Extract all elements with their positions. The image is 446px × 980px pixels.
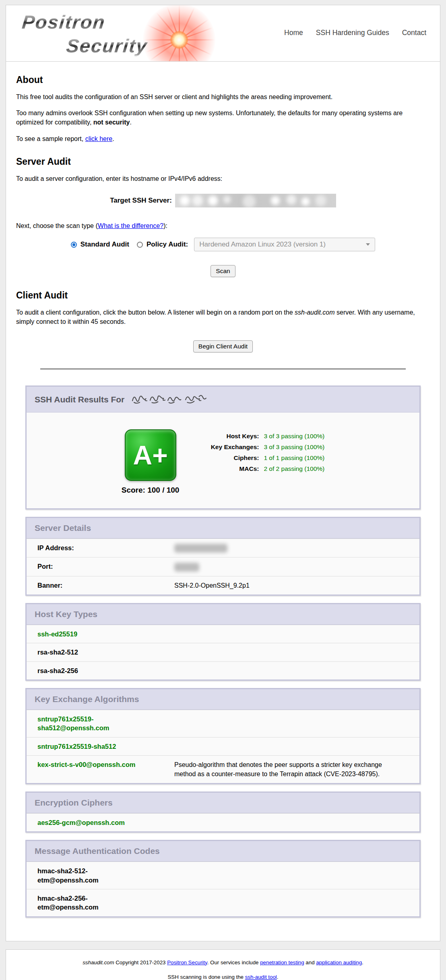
- site-header: Positron Security Home SSH Hardening Gui…: [6, 5, 440, 62]
- table-row: ssh-ed25519: [27, 625, 419, 643]
- client-audit-heading: Client Audit: [16, 290, 430, 301]
- about-paragraph-2: Too many admins overlook SSH configurati…: [16, 108, 430, 127]
- server-audit-intro: To audit a server configuration, enter i…: [16, 174, 430, 183]
- table-row: kex-strict-s-v00@openssh.com Pseudo-algo…: [27, 755, 419, 783]
- standard-audit-label[interactable]: Standard Audit: [81, 240, 129, 249]
- table-row: aes256-gcm@openssh.com: [27, 813, 419, 831]
- starburst-flare-icon: [143, 5, 215, 62]
- grade-summary: A+ Score: 100 / 100 Host Keys: 3 of 3 pa…: [27, 412, 419, 508]
- ip-address-redacted: [174, 543, 227, 553]
- positron-security-logo: Positron Security: [22, 12, 231, 61]
- section-divider: [40, 369, 406, 369]
- footer-line-1: sshaudit.com Copyright 2017-2023 Positro…: [10, 959, 436, 965]
- logo-text-positron: Positron: [21, 12, 107, 31]
- not-security-emphasis: not security: [93, 119, 130, 126]
- port-redacted: [174, 562, 199, 572]
- table-row: rsa-sha2-256: [27, 661, 419, 680]
- table-row: Port:: [27, 557, 419, 576]
- ssh-audit-tool-link[interactable]: ssh-audit tool: [245, 974, 277, 980]
- target-server-row: Target SSH Server:: [16, 194, 430, 207]
- grade-badge: A+: [125, 429, 176, 481]
- target-ssh-server-input[interactable]: [175, 194, 336, 207]
- main-nav: Home SSH Hardening Guides Contact: [284, 29, 426, 37]
- scan-type-line: Next, choose the scan type (What is the …: [16, 221, 430, 230]
- site-footer: sshaudit.com Copyright 2017-2023 Positro…: [6, 949, 440, 980]
- grade-letter: A+: [133, 442, 167, 468]
- client-audit-body: To audit a client configuration, click t…: [16, 308, 430, 326]
- host-key-types-panel: Host Key Types ssh-ed25519 rsa-sha2-512 …: [25, 603, 421, 681]
- logo-text-security: Security: [66, 36, 149, 55]
- positron-security-link[interactable]: Positron Security: [167, 959, 207, 965]
- policy-audit-radio[interactable]: [137, 242, 143, 248]
- table-row: hmac-sha2-512-etm@openssh.com: [27, 862, 419, 889]
- redacted-hostname-scribble: [131, 392, 211, 407]
- table-row: Banner: SSH-2.0-OpenSSH_9.2p1: [27, 576, 419, 595]
- about-heading: About: [16, 75, 430, 85]
- application-auditing-link[interactable]: application auditing: [316, 959, 362, 965]
- stat-key-exchanges: Key Exchanges: 3 of 3 passing (100%): [203, 443, 324, 451]
- host-key-types-header: Host Key Types: [27, 604, 419, 625]
- banner-value: SSH-2.0-OpenSSH_9.2p1: [174, 581, 250, 590]
- redacted-hostname-blur: [175, 194, 336, 207]
- policy-audit-label[interactable]: Policy Audit:: [147, 240, 188, 249]
- nav-ssh-hardening-guides[interactable]: SSH Hardening Guides: [316, 29, 389, 37]
- penetration-testing-link[interactable]: penetration testing: [260, 959, 304, 965]
- results-stats: Host Keys: 3 of 3 passing (100%) Key Exc…: [203, 429, 324, 476]
- results-panel-header: SSH Audit Results For: [27, 387, 419, 412]
- table-row: IP Address:: [27, 539, 419, 557]
- key-exchange-panel: Key Exchange Algorithms sntrup761x25519-…: [25, 688, 421, 784]
- encryption-ciphers-panel: Encryption Ciphers aes256-gcm@openssh.co…: [25, 791, 421, 833]
- footer-line-2: SSH scanning is done using the ssh-audit…: [10, 974, 436, 980]
- sshaudit-com-italic: sshaudit.com: [83, 959, 114, 965]
- macs-header: Message Authentication Codes: [27, 841, 419, 862]
- nav-home[interactable]: Home: [284, 29, 303, 37]
- target-ssh-server-label: Target SSH Server:: [110, 197, 172, 205]
- stat-host-keys: Host Keys: 3 of 3 passing (100%): [203, 433, 324, 440]
- scan-type-difference-link[interactable]: What is the difference?: [98, 222, 163, 229]
- main-content-card: Positron Security Home SSH Hardening Gui…: [6, 5, 440, 941]
- nav-contact[interactable]: Contact: [402, 29, 426, 37]
- stat-ciphers: Ciphers: 1 of 1 passing (100%): [203, 454, 324, 462]
- server-details-header: Server Details: [27, 518, 419, 539]
- chevron-down-icon: [366, 243, 370, 246]
- policy-select-value: Hardened Amazon Linux 2023 (version 1): [199, 240, 326, 249]
- about-paragraph-3: To see a sample report, click here.: [16, 134, 430, 143]
- scan-button[interactable]: Scan: [211, 265, 235, 277]
- standard-audit-radio[interactable]: [71, 242, 77, 248]
- ssh-audit-com-italic: ssh-audit.com: [295, 309, 335, 316]
- table-row: hmac-sha2-256-etm@openssh.com: [27, 889, 419, 916]
- begin-client-audit-button[interactable]: Begin Client Audit: [193, 340, 253, 352]
- about-paragraph-1: This free tool audits the configuration …: [16, 92, 430, 102]
- kex-strict-note: Pseudo-algorithm that denotes the peer s…: [174, 760, 402, 779]
- server-audit-heading: Server Audit: [16, 156, 430, 167]
- sample-report-link[interactable]: click here: [85, 135, 113, 142]
- encryption-ciphers-header: Encryption Ciphers: [27, 793, 419, 813]
- ssh-audit-results-panel: SSH Audit Results For A+ Score: 100 / 10…: [25, 385, 421, 510]
- table-row: sntrup761x25519-sha512: [27, 737, 419, 755]
- stat-macs: MACs: 2 of 2 passing (100%): [203, 465, 324, 472]
- scan-type-radio-row: Standard Audit Policy Audit: Hardened Am…: [16, 238, 430, 251]
- score-text: Score: 100 / 100: [122, 486, 180, 495]
- table-row: rsa-sha2-512: [27, 643, 419, 661]
- key-exchange-header: Key Exchange Algorithms: [27, 689, 419, 710]
- server-details-panel: Server Details IP Address: Port: Banner:…: [25, 517, 421, 596]
- table-row: sntrup761x25519-sha512@openssh.com: [27, 710, 419, 737]
- macs-panel: Message Authentication Codes hmac-sha2-5…: [25, 840, 421, 917]
- policy-select[interactable]: Hardened Amazon Linux 2023 (version 1): [194, 238, 375, 251]
